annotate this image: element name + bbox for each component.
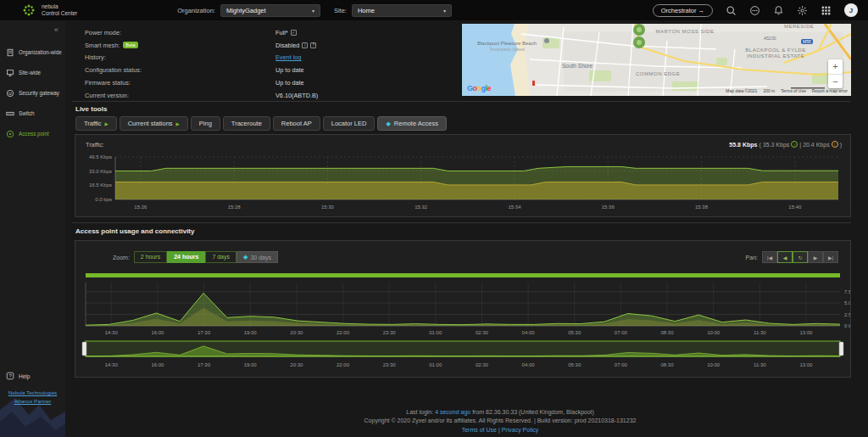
sidebar-item-label: Organization-wide <box>19 50 62 56</box>
sidebar-item-switch[interactable]: Switch <box>0 104 65 124</box>
user-avatar[interactable]: J <box>844 3 858 17</box>
live-tools-tabs: Traffic ▶ Current stations ▶ Ping Tracer… <box>75 116 447 131</box>
svg-text:15:30: 15:30 <box>321 204 335 210</box>
svg-text:15:32: 15:32 <box>415 204 428 210</box>
sidebar-item-site-wide[interactable]: Site-wide <box>0 63 65 83</box>
tab-current-stations[interactable]: Current stations ▶ <box>120 116 188 131</box>
pan-refresh-button[interactable]: ↻ <box>793 251 808 263</box>
checkbox-icon[interactable]: ✓ <box>291 30 297 36</box>
sidebar: « Organization-wide Site-wide <box>0 20 65 437</box>
chevron-down-icon: ▾ <box>443 8 446 14</box>
help-label: Help <box>19 373 30 379</box>
svg-text:13:00: 13:00 <box>799 362 813 367</box>
sidebar-item-access-point[interactable]: Access point <box>0 124 65 144</box>
last-login-time-link[interactable]: 4 second ago <box>435 409 470 415</box>
tab-label: Current stations <box>128 120 173 127</box>
notifications-bell-icon[interactable] <box>773 5 784 16</box>
site-select[interactable]: Home ▾ <box>352 4 452 17</box>
apps-grid-icon[interactable] <box>821 5 832 16</box>
organization-select[interactable]: MightyGadget ▾ <box>220 4 320 17</box>
tab-traffic[interactable]: Traffic ▶ <box>75 116 117 131</box>
gem-icon: ◆ <box>386 120 390 127</box>
svg-text:08:30: 08:30 <box>661 330 675 335</box>
feedback-icon[interactable] <box>749 5 760 16</box>
pan-first-button[interactable]: |◀ <box>762 251 777 263</box>
zoom-24-hours-button[interactable]: 24 hours <box>167 251 205 263</box>
range-selector-chart[interactable]: 14:3016:0017:3019:0020:3022:0023:3001:00… <box>75 338 850 375</box>
detail-row-power-mode: Power mode: Full* ✓ <box>85 26 458 39</box>
nebula-control-center: nebula Control Center Organization: Migh… <box>0 0 868 437</box>
beta-badge: Beta <box>123 42 137 48</box>
help-button[interactable]: ? Help <box>0 367 65 385</box>
play-icon: ▶ <box>104 121 108 126</box>
svg-text:15:26: 15:26 <box>134 204 147 210</box>
alliance-partner-link[interactable]: Nebula Technologies Alliance Partner <box>0 385 65 437</box>
zoom-30-days-button[interactable]: ◆ 30 days <box>236 251 278 263</box>
sidebar-item-organization-wide[interactable]: Organization-wide <box>0 42 65 63</box>
map-label-south-shore: South Shore <box>562 63 593 70</box>
sidebar-item-label: Security gateway <box>19 91 59 97</box>
tab-locator-led[interactable]: Locator LED <box>323 116 376 131</box>
svg-text:49.5 Kbps: 49.5 Kbps <box>89 154 112 160</box>
map-terms-link[interactable]: Terms of Use <box>781 88 805 93</box>
usage-section-title: Access point usage and connectivity <box>75 227 194 235</box>
svg-text:02:30: 02:30 <box>476 330 489 335</box>
sidebar-item-security-gateway[interactable]: Security gateway <box>0 83 65 104</box>
pan-previous-button[interactable]: ◀ <box>777 251 793 263</box>
brand-text: nebula Control Center <box>42 3 77 17</box>
detail-label: History: <box>85 53 275 61</box>
event-log-link[interactable]: Event log <box>275 53 301 61</box>
footer: Last login: 4 second ago from 82.36.30.3… <box>132 408 868 434</box>
svg-text:11:30: 11:30 <box>754 330 766 335</box>
pan-button-group: |◀ ◀ ↻ ▶ ▶| <box>762 251 838 263</box>
zoom-7-days-button[interactable]: 7 days <box>205 251 236 263</box>
settings-gear-icon[interactable] <box>797 5 808 16</box>
brush-left-handle <box>82 342 86 356</box>
svg-text:14:30: 14:30 <box>105 362 119 367</box>
tab-reboot-ap[interactable]: Reboot AP <box>273 116 320 131</box>
svg-text:11:30: 11:30 <box>754 362 766 367</box>
tab-label: Traffic <box>84 120 101 127</box>
svg-text:19:00: 19:00 <box>244 362 258 367</box>
zoom-2-hours-button[interactable]: 2 hours <box>134 251 167 263</box>
map-data-label: Map data ©2021 <box>726 88 757 93</box>
pan-last-button[interactable]: ▶| <box>823 251 838 263</box>
orchestrator-button[interactable]: Orchestrator → <box>653 4 713 17</box>
detail-row-current-version: Current version: V6.10(ABTD.B) <box>85 89 458 102</box>
svg-text:16:00: 16:00 <box>151 362 164 367</box>
terms-of-use-link[interactable]: Terms of Use <box>462 427 497 433</box>
search-icon[interactable] <box>726 5 737 16</box>
pan-next-button[interactable]: ▶ <box>808 251 823 263</box>
help-icon: ? <box>6 372 14 380</box>
detail-label: Configuration status: <box>85 66 275 74</box>
location-map[interactable]: Blackpool Pleasure Beach Temporarily clo… <box>462 24 851 96</box>
section-divider <box>72 222 851 223</box>
detail-row-smart-mesh: Smart mesh: Beta Disabled i ? <box>85 39 458 52</box>
zoom-button-group: 2 hours 24 hours 7 days ◆ 30 days <box>134 251 278 263</box>
svg-text:5.0 MB: 5.0 MB <box>844 300 850 305</box>
privacy-policy-link[interactable]: Privacy Policy <box>502 427 539 433</box>
svg-text:02:30: 02:30 <box>476 362 489 367</box>
tab-label: Locator LED <box>331 120 367 127</box>
play-icon: ▶ <box>176 121 180 126</box>
site-label: Site: <box>334 7 347 14</box>
svg-text:07:00: 07:00 <box>615 330 628 335</box>
info-icon[interactable]: i <box>302 42 308 48</box>
tab-traceroute[interactable]: Traceroute <box>223 116 270 131</box>
sidebar-collapse-icon[interactable]: « <box>54 25 58 34</box>
svg-text:13:00: 13:00 <box>799 330 813 335</box>
svg-text:17:30: 17:30 <box>198 330 211 335</box>
detail-value: Up to date <box>275 79 304 87</box>
organization-label: Organization: <box>177 7 215 14</box>
google-logo[interactable]: Google <box>467 84 491 92</box>
nebula-logo[interactable]: nebula Control Center <box>22 3 77 17</box>
tab-label: Remote Access <box>394 120 438 127</box>
tab-ping[interactable]: Ping <box>191 116 220 131</box>
map-zoom-in-button[interactable]: + <box>828 59 843 75</box>
tab-remote-access[interactable]: ◆ Remote Access <box>377 116 447 131</box>
map-report-link[interactable]: Report a map error <box>812 88 848 93</box>
gateway-icon <box>6 89 14 98</box>
svg-text:17:30: 17:30 <box>198 362 211 367</box>
map-zoom-out-button[interactable]: − <box>828 75 843 89</box>
help-tip-icon[interactable]: ? <box>310 42 316 48</box>
